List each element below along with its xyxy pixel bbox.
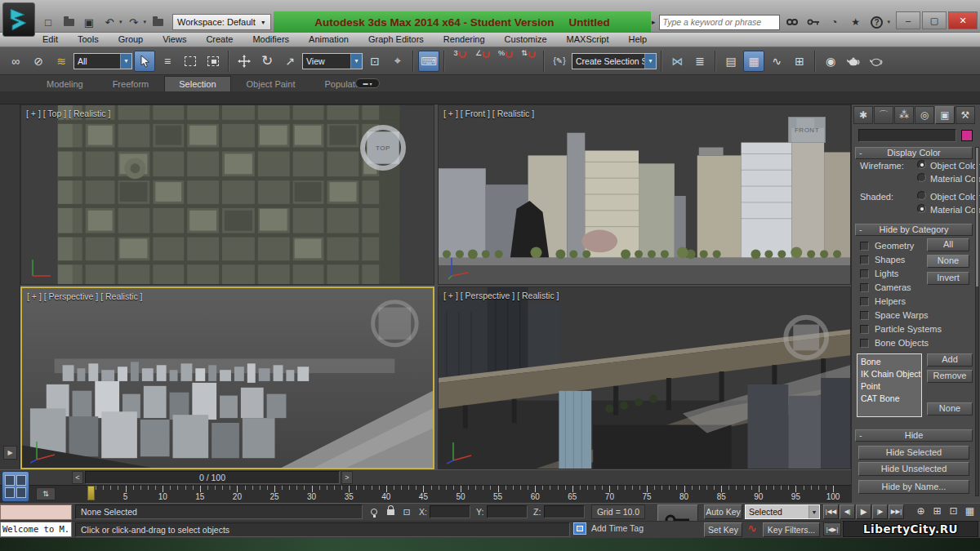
menu-item[interactable]: Rendering — [434, 33, 495, 47]
menu-item[interactable]: Group — [109, 33, 154, 47]
frame-forward-arrow[interactable]: > — [341, 471, 353, 484]
workspace-dropdown[interactable]: Workspace: Default ▼ — [172, 14, 271, 30]
none-button[interactable]: None — [927, 255, 969, 268]
selection-filter-dropdown[interactable]: All ▼ — [74, 53, 132, 69]
all-button[interactable]: All — [927, 238, 969, 251]
edit-named-selection-sets-icon[interactable]: {✎} — [549, 51, 570, 72]
select-and-manipulate-icon[interactable]: ⌖ — [387, 51, 408, 72]
menu-item[interactable]: Customize — [495, 33, 557, 47]
timeline-ruler[interactable]: 5101520253035404550556065707580859095100 — [88, 485, 833, 503]
radio-wireframe-object-color[interactable] — [917, 160, 926, 169]
tab-modify[interactable]: ⌒ — [874, 106, 893, 124]
category-checkbox[interactable] — [860, 311, 869, 320]
category-checkbox[interactable] — [860, 242, 869, 251]
viewport-layout-button[interactable] — [2, 471, 29, 502]
ribbon-show-panels-button[interactable]: ▬▾ — [355, 78, 380, 88]
tab-utilities[interactable]: ⚒ — [956, 106, 975, 124]
left-strip-arrow-button[interactable]: ▶ — [3, 446, 17, 460]
category-checkbox[interactable] — [860, 283, 869, 292]
zoom-extents-icon[interactable]: ⊡ — [946, 504, 961, 519]
maxscript-listener-pink[interactable] — [0, 504, 72, 520]
reference-coordinate-dropdown[interactable]: View ▼ — [302, 53, 363, 69]
use-pivot-center-icon[interactable]: ⊡ — [364, 51, 385, 72]
object-color-swatch[interactable] — [961, 130, 973, 141]
rollout-display-color[interactable]: -Display Color — [855, 147, 973, 159]
rendered-frame-window-icon[interactable] — [843, 51, 864, 72]
viewcube[interactable]: TOP — [355, 123, 411, 172]
ribbon-tab[interactable]: Modeling — [33, 77, 97, 91]
collapse-icon[interactable]: - — [859, 430, 862, 441]
percent-snap-icon[interactable]: % — [495, 51, 516, 72]
time-tag-window-icon[interactable] — [573, 522, 586, 535]
tab-display[interactable]: ▣ — [935, 106, 955, 124]
panel-scrollbar-thumb[interactable] — [976, 148, 978, 287]
select-object-icon[interactable] — [134, 51, 155, 72]
category-checkbox[interactable] — [860, 325, 869, 334]
viewport-perspective-left[interactable]: [ + ] [ Perspective ] [ Realistic ] — [20, 287, 434, 469]
zoom-all-icon[interactable]: ⊞ — [929, 504, 945, 519]
close-button[interactable]: ✕ — [948, 11, 978, 29]
help-dropdown-arrow[interactable]: ▾ — [888, 19, 891, 25]
rectangular-selection-region-icon[interactable] — [180, 51, 201, 72]
tab-create[interactable]: ✱ — [853, 106, 873, 124]
add-button[interactable]: Add — [927, 353, 973, 367]
search-icon[interactable] — [783, 14, 801, 30]
keyboard-shortcut-override-icon[interactable]: ⌨ — [418, 51, 439, 72]
frame-counter-track[interactable]: 0 / 100 — [85, 471, 340, 484]
help-icon[interactable]: ? — [868, 14, 886, 30]
none-list-button[interactable]: None — [927, 402, 973, 415]
set-key-button[interactable]: Set Key — [704, 522, 742, 537]
schematic-view-icon[interactable]: ⊞ — [789, 51, 810, 72]
viewcube-face[interactable]: FRONT — [788, 117, 826, 143]
undo-icon[interactable]: ↶ — [100, 14, 118, 30]
viewport-top[interactable]: [ + ] [ Top ] [ Realistic ] TOP — [20, 104, 434, 285]
ribbon-tab[interactable]: Freeform — [99, 77, 163, 91]
previous-frame-button[interactable]: ◀| — [840, 504, 855, 519]
ribbon-toggle-icon[interactable]: ▦ — [743, 51, 764, 72]
angle-snap-icon[interactable]: ∠ — [472, 51, 493, 72]
menu-item[interactable]: Modifiers — [243, 33, 299, 47]
align-icon[interactable]: ≣ — [689, 51, 710, 72]
hide-by-name-button[interactable]: Hide by Name... — [858, 480, 969, 494]
snaps-toggle-icon[interactable]: 3 — [449, 51, 470, 72]
layer-manager-icon[interactable]: ▤ — [720, 51, 742, 72]
radio-shaded-material-color[interactable] — [917, 204, 926, 213]
zoom-extents-all-icon[interactable]: ▦ — [962, 504, 978, 519]
x-coord-field[interactable] — [430, 505, 470, 518]
sign-in-key-icon[interactable] — [804, 14, 822, 30]
select-by-name-icon[interactable]: ≡ — [157, 51, 178, 72]
favorites-star-icon[interactable]: ★ — [847, 14, 865, 30]
app-menu-button[interactable] — [2, 2, 35, 37]
menu-item[interactable]: Tools — [68, 33, 109, 47]
named-selection-sets-dropdown[interactable]: Create Selection Se ▼ — [572, 53, 657, 69]
menu-item[interactable]: Create — [196, 33, 243, 47]
window-crossing-icon[interactable] — [203, 51, 224, 72]
bone-type-item[interactable]: CAT Bone — [861, 393, 921, 405]
viewport-perspective-right[interactable]: [ + ] [ Perspective ] [ Realistic ] — [438, 287, 851, 469]
redo-dropdown-arrow[interactable]: ▾ — [144, 19, 147, 25]
invert-button[interactable]: Invert — [927, 272, 969, 285]
redo-icon[interactable]: ↷ — [125, 14, 143, 30]
hide-unselected-button[interactable]: Hide Unselected — [858, 462, 969, 476]
key-filters-button[interactable]: Key Filters... — [763, 522, 820, 537]
menu-item[interactable]: MAXScript — [557, 33, 619, 47]
menu-item[interactable]: Animation — [299, 33, 359, 47]
absolute-offset-toggle-icon[interactable]: ⊡ — [400, 505, 413, 518]
z-coord-field[interactable] — [544, 505, 585, 518]
minimize-button[interactable]: – — [896, 11, 920, 29]
select-and-scale-icon[interactable]: ↗ — [279, 51, 301, 72]
menu-item[interactable]: Help — [619, 33, 657, 47]
rollout-hide-by-category[interactable]: -Hide by Category — [855, 224, 973, 236]
ribbon-tab[interactable]: Selection — [164, 76, 230, 91]
category-checkbox[interactable] — [860, 256, 869, 264]
tab-motion[interactable]: ◎ — [915, 106, 934, 124]
select-and-link-icon[interactable]: ∞ — [5, 51, 26, 72]
selection-lock-icon[interactable] — [384, 504, 397, 517]
menu-item[interactable]: Views — [153, 33, 196, 47]
viewcube[interactable]: FRONT — [786, 115, 827, 144]
mirror-icon[interactable]: ⋈ — [666, 51, 688, 72]
remove-button[interactable]: Remove — [927, 370, 973, 383]
select-and-rotate-icon[interactable]: ↻ — [256, 51, 278, 72]
viewport-label[interactable]: [ + ] [ Perspective ] [ Realistic ] — [443, 291, 559, 300]
mini-curve-editor-icon[interactable]: ⇅ — [36, 487, 56, 500]
